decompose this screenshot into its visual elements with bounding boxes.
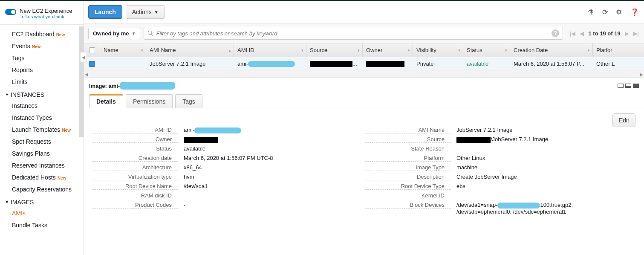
actions-button[interactable]: Actions▼: [126, 5, 165, 19]
sidebar-item-reports[interactable]: Reports: [0, 64, 84, 76]
refresh-icon[interactable]: ⟳: [602, 9, 608, 16]
search-icon: [147, 30, 153, 36]
cell-ami-name: JobServer 7.2.1 Image: [146, 61, 234, 67]
tab-tags[interactable]: Tags: [175, 94, 202, 108]
cell-status: available: [463, 61, 510, 67]
help-circle-icon[interactable]: ?: [552, 29, 559, 37]
search-box[interactable]: ?: [144, 27, 563, 40]
th-ami-name[interactable]: AMI Name▴: [146, 43, 234, 57]
launch-button[interactable]: Launch: [88, 5, 122, 19]
th-creation[interactable]: Creation Date▾: [510, 43, 593, 57]
kv-value: JobServer 7.2.1 Image: [451, 127, 635, 133]
svg-line-1: [152, 34, 153, 36]
kv-key: Virtualization type: [92, 174, 178, 180]
kv-row: AMI IDami-: [92, 125, 331, 135]
search-input[interactable]: [156, 30, 552, 37]
sidebar-collapse-handle[interactable]: ◀: [80, 52, 87, 62]
kv-value: hvm: [178, 174, 331, 180]
gear-icon[interactable]: ⚙: [616, 9, 622, 16]
kv-row: Root Device Typeebs: [365, 182, 635, 191]
pager: |◀ ◀ 1 to 19 of 19 ▶ ▶|: [566, 30, 639, 37]
kv-row: PlatformOther Linux: [365, 154, 635, 163]
kv-row: Source/JobServer 7.2.1 Image: [365, 135, 635, 144]
kv-row: Owner: [92, 135, 331, 144]
kv-value: machine: [451, 164, 635, 171]
th-visibility[interactable]: Visibility▾: [413, 43, 463, 57]
kv-row: Image Typemachine: [365, 163, 635, 172]
cell-source: ...: [306, 61, 363, 67]
toolbar-icons: ⚗ ⟳ ⚙ ❓: [581, 8, 639, 16]
kv-value: Other Linux: [451, 155, 635, 162]
cell-creation: March 6, 2020 at 1:56:07 P...: [510, 61, 593, 67]
sidebar-item-spot-requests[interactable]: Spot Requests: [0, 136, 84, 148]
pager-prev-button[interactable]: ◀: [580, 30, 584, 37]
sidebar-item-capacity-reservations[interactable]: Capacity Reservations: [0, 183, 84, 195]
experience-toggle[interactable]: [5, 9, 16, 15]
pager-next-button[interactable]: ▶: [625, 30, 629, 37]
flask-icon[interactable]: ⚗: [588, 9, 594, 16]
cell-platform: Other L: [593, 61, 618, 67]
main: Launch Actions▼ ⚗ ⟳ ⚙ ❓ Owned by me▼ ? |…: [84, 1, 644, 255]
actions-label: Actions: [132, 9, 152, 15]
kv-row: Virtualization typehvm: [92, 172, 331, 182]
kv-row: Root Device Name/dev/sda1: [92, 182, 331, 191]
table-hscrollbar[interactable]: ◀▶: [84, 71, 644, 78]
kv-key: Block Devices: [365, 202, 451, 209]
kv-row: Creation dateMarch 6, 2020 at 1:56:07 PM…: [92, 154, 331, 163]
th-platform[interactable]: Platfor: [593, 43, 618, 57]
row-checkbox[interactable]: [89, 61, 95, 67]
sidebar-item-instances[interactable]: Instances: [0, 100, 84, 112]
table-header: Name▾ AMI Name▴ AMI ID▾ Source▾ Owner▾ V…: [84, 43, 644, 57]
kv-row: DescriptionCreate JobServer Image: [365, 172, 635, 182]
sidebar-item-limits[interactable]: Limits: [0, 76, 84, 88]
kv-key: Image Type: [365, 164, 451, 171]
detail-tabs: Details Permissions Tags: [84, 94, 644, 108]
kv-key: Platform: [365, 155, 451, 162]
cell-visibility: Private: [413, 61, 463, 67]
sidebar-item-launch-templates[interactable]: Launch TemplatesNew: [0, 124, 84, 136]
kv-key: Creation date: [92, 155, 178, 162]
cell-owner: [363, 61, 413, 67]
owned-by-dropdown[interactable]: Owned by me▼: [88, 28, 140, 39]
experience-sub[interactable]: Tell us what you think: [20, 14, 72, 19]
sidebar-scrollbar[interactable]: [79, 26, 84, 137]
kv-value: ebs: [451, 183, 635, 190]
sidebar-item-dedicated-hosts[interactable]: Dedicated HostsNew: [0, 171, 84, 183]
tab-details[interactable]: Details: [89, 94, 123, 108]
edit-button[interactable]: Edit: [612, 113, 635, 127]
caret-down-icon: ▼: [132, 31, 136, 36]
pager-last-button[interactable]: ▶|: [633, 30, 639, 37]
detail-header: Image: ami-: [84, 78, 644, 94]
kv-value: Create JobServer Image: [451, 174, 635, 180]
kv-value: -: [178, 202, 331, 209]
sidebar-item-amis[interactable]: AMIs: [0, 207, 84, 219]
tab-permissions[interactable]: Permissions: [126, 94, 173, 108]
pager-first-button[interactable]: |◀: [570, 30, 575, 37]
cell-ami-id: ami-: [234, 61, 306, 67]
kv-key: Source: [365, 136, 451, 143]
section-instances[interactable]: INSTANCES: [0, 88, 84, 100]
sidebar-item-instance-types[interactable]: Instance Types: [0, 112, 84, 124]
th-owner[interactable]: Owner▾: [363, 43, 413, 57]
experience-title: New EC2 Experience: [20, 8, 72, 14]
kv-key: Description: [365, 174, 451, 180]
table-row[interactable]: JobServer 7.2.1 Image ami- ... Private a…: [84, 57, 644, 71]
th-status[interactable]: Status▾: [463, 43, 510, 57]
th-name[interactable]: Name▾: [100, 43, 146, 57]
sidebar-item-savings-plans[interactable]: Savings Plans: [0, 148, 84, 159]
kv-value: available: [178, 145, 331, 152]
th-ami-id[interactable]: AMI ID▾: [234, 43, 306, 57]
kv-row: Architecturex86_64: [92, 163, 331, 172]
section-images[interactable]: IMAGES: [0, 195, 84, 207]
sidebar-item-tags[interactable]: Tags: [0, 52, 84, 64]
sidebar-item-bundle-tasks[interactable]: Bundle Tasks: [0, 219, 84, 231]
sidebar-item-ec2-dashboard[interactable]: EC2 DashboardNew: [0, 28, 84, 40]
sidebar-item-events[interactable]: EventsNew: [0, 40, 84, 52]
detail-body: Edit AMI IDami-OwnerStatusavailableCreat…: [84, 108, 644, 223]
panel-layout-icons[interactable]: [616, 83, 639, 89]
help-icon[interactable]: ❓: [630, 9, 639, 16]
sidebar-item-reserved-instances[interactable]: Reserved Instances: [0, 159, 84, 171]
th-source[interactable]: Source▾: [306, 43, 363, 57]
kv-row: RAM disk ID-: [92, 191, 331, 200]
new-badge: New: [58, 176, 66, 180]
